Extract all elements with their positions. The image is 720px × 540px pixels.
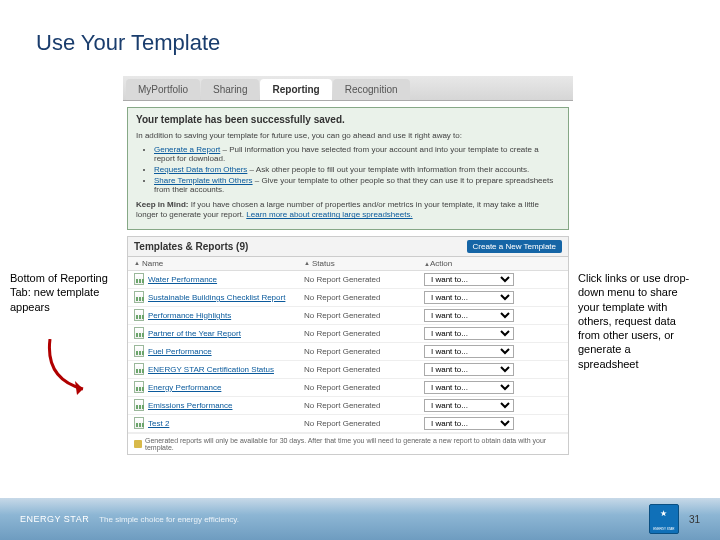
- list-item: Share Template with Others – Give your t…: [154, 176, 560, 194]
- status-text: No Report Generated: [304, 419, 424, 428]
- share-template-link[interactable]: Share Template with Others: [154, 176, 253, 185]
- right-annotation: Click links or use drop-down menu to sha…: [578, 76, 693, 455]
- template-name-link[interactable]: ENERGY STAR Certification Status: [148, 365, 274, 374]
- table-row: ENERGY STAR Certification StatusNo Repor…: [128, 361, 568, 379]
- table-row: Energy PerformanceNo Report GeneratedI w…: [128, 379, 568, 397]
- right-note-text: Click links or use drop-down menu to sha…: [578, 271, 693, 371]
- action-select[interactable]: I want to...: [424, 417, 514, 430]
- report-icon: [134, 417, 144, 429]
- success-action-list: Generate a Report – Pull information you…: [136, 145, 560, 194]
- table-row: Test 2No Report GeneratedI want to...: [128, 415, 568, 433]
- report-icon: [134, 309, 144, 321]
- list-item: Request Data from Others – Ask other peo…: [154, 165, 560, 174]
- action-select[interactable]: I want to...: [424, 291, 514, 304]
- footer-brand: ENERGY STAR: [20, 514, 89, 524]
- create-new-template-button[interactable]: Create a New Template: [467, 240, 562, 253]
- report-icon: [134, 273, 144, 285]
- status-text: No Report Generated: [304, 275, 424, 284]
- sort-caret-icon[interactable]: ▲: [134, 260, 140, 266]
- sort-caret-icon[interactable]: ▲: [304, 260, 310, 266]
- template-name-link[interactable]: Partner of the Year Report: [148, 329, 241, 338]
- action-select[interactable]: I want to...: [424, 381, 514, 394]
- tab-sharing[interactable]: Sharing: [201, 79, 259, 100]
- action-select[interactable]: I want to...: [424, 363, 514, 376]
- template-name-link[interactable]: Water Performance: [148, 275, 217, 284]
- table-row: Partner of the Year ReportNo Report Gene…: [128, 325, 568, 343]
- tab-recognition[interactable]: Recognition: [333, 79, 410, 100]
- status-text: No Report Generated: [304, 383, 424, 392]
- action-select[interactable]: I want to...: [424, 309, 514, 322]
- table-row: Emissions PerformanceNo Report Generated…: [128, 397, 568, 415]
- nav-tabs: MyPortfolio Sharing Reporting Recognitio…: [123, 76, 573, 101]
- action-select[interactable]: I want to...: [424, 327, 514, 340]
- report-icon: [134, 363, 144, 375]
- generated-note: Generated reports will only be available…: [128, 433, 568, 454]
- template-name-link[interactable]: Performance Highlights: [148, 311, 231, 320]
- keep-in-mind-text: Keep in Mind: If you have chosen a large…: [136, 200, 560, 221]
- success-intro: In addition to saving your template for …: [136, 131, 560, 140]
- slide-title: Use Your Template: [0, 0, 720, 66]
- main-screenshot: MyPortfolio Sharing Reporting Recognitio…: [123, 76, 573, 455]
- template-name-link[interactable]: Emissions Performance: [148, 401, 232, 410]
- left-note-text: Bottom of Reporting Tab: new template ap…: [10, 271, 118, 314]
- slide-footer: ENERGY STAR The simple choice for energy…: [0, 498, 720, 540]
- action-select[interactable]: I want to...: [424, 345, 514, 358]
- status-text: No Report Generated: [304, 347, 424, 356]
- status-text: No Report Generated: [304, 311, 424, 320]
- annotation-arrow-icon: [45, 339, 118, 399]
- template-name-link[interactable]: Fuel Performance: [148, 347, 212, 356]
- templates-heading: Templates & Reports (9): [134, 241, 248, 252]
- success-message-box: Your template has been successfully save…: [127, 107, 569, 230]
- page-number: 31: [689, 514, 700, 525]
- status-text: No Report Generated: [304, 365, 424, 374]
- energy-star-logo-icon: [649, 504, 679, 534]
- left-annotation: Bottom of Reporting Tab: new template ap…: [10, 76, 118, 455]
- success-title: Your template has been successfully save…: [136, 114, 560, 125]
- tab-reporting[interactable]: Reporting: [260, 79, 331, 100]
- list-item-text: – Ask other people to fill out your temp…: [247, 165, 529, 174]
- tab-myportfolio[interactable]: MyPortfolio: [126, 79, 200, 100]
- report-icon: [134, 381, 144, 393]
- action-select[interactable]: I want to...: [424, 399, 514, 412]
- table-header: ▲Name ▲Status ▲Action: [128, 257, 568, 271]
- table-row: Fuel PerformanceNo Report GeneratedI wan…: [128, 343, 568, 361]
- footer-tagline: The simple choice for energy efficiency.: [99, 515, 239, 524]
- status-text: No Report Generated: [304, 293, 424, 302]
- template-name-link[interactable]: Sustainable Buildings Checklist Report: [148, 293, 285, 302]
- template-name-link[interactable]: Test 2: [148, 419, 169, 428]
- footer-right: 31: [649, 504, 700, 534]
- col-status[interactable]: Status: [312, 259, 335, 268]
- learn-more-link[interactable]: Learn more about creating large spreadsh…: [246, 210, 412, 219]
- report-icon: [134, 399, 144, 411]
- template-name-link[interactable]: Energy Performance: [148, 383, 221, 392]
- table-row: Performance HighlightsNo Report Generate…: [128, 307, 568, 325]
- generate-report-link[interactable]: Generate a Report: [154, 145, 220, 154]
- keep-mind-bold: Keep in Mind:: [136, 200, 188, 209]
- table-row: Water PerformanceNo Report GeneratedI wa…: [128, 271, 568, 289]
- report-icon: [134, 327, 144, 339]
- table-row: Sustainable Buildings Checklist ReportNo…: [128, 289, 568, 307]
- col-name[interactable]: Name: [142, 259, 163, 268]
- content-wrapper: Bottom of Reporting Tab: new template ap…: [0, 66, 720, 455]
- action-select[interactable]: I want to...: [424, 273, 514, 286]
- status-text: No Report Generated: [304, 329, 424, 338]
- templates-panel-header: Templates & Reports (9) Create a New Tem…: [128, 237, 568, 257]
- report-icon: [134, 291, 144, 303]
- info-icon: [134, 440, 142, 448]
- col-action: Action: [430, 259, 452, 268]
- status-text: No Report Generated: [304, 401, 424, 410]
- list-item: Generate a Report – Pull information you…: [154, 145, 560, 163]
- footer-left: ENERGY STAR The simple choice for energy…: [20, 514, 239, 524]
- templates-reports-panel: Templates & Reports (9) Create a New Tem…: [127, 236, 569, 455]
- request-data-link[interactable]: Request Data from Others: [154, 165, 247, 174]
- generated-note-text: Generated reports will only be available…: [145, 437, 562, 451]
- report-icon: [134, 345, 144, 357]
